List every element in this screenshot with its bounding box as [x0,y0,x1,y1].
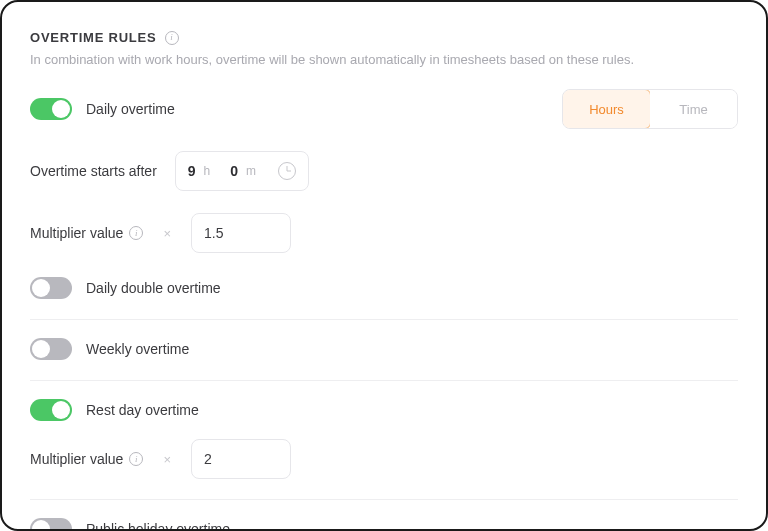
clock-icon [278,162,296,180]
daily-multiplier-input[interactable]: 1.5 [191,213,291,253]
daily-double-overtime-toggle[interactable] [30,277,72,299]
divider [30,499,738,500]
weekly-overtime-row: Weekly overtime [30,338,738,360]
daily-multiplier-label: Multiplier value i [30,225,143,241]
info-icon[interactable]: i [129,452,143,466]
daily-multiplier-label-text: Multiplier value [30,225,123,241]
hours-time-segmented: Hours Time [562,89,738,129]
page-subtitle: In combination with work hours, overtime… [30,51,670,69]
weekly-overtime-label: Weekly overtime [86,341,189,357]
daily-starts-after-row: Overtime starts after 9 h 0 m [30,151,738,191]
minutes-unit: m [246,164,256,178]
daily-multiplier-row: Multiplier value i × 1.5 [30,213,738,253]
info-icon[interactable]: i [129,226,143,240]
segmented-time-button[interactable]: Time [650,90,737,128]
card-header: OVERTIME RULES i [30,30,738,45]
overtime-rules-card: OVERTIME RULES i In combination with wor… [0,0,768,531]
rest-day-overtime-row: Rest day overtime [30,399,738,421]
divider [30,380,738,381]
public-holiday-overtime-toggle[interactable] [30,518,72,531]
daily-double-overtime-label: Daily double overtime [86,280,221,296]
starts-after-label: Overtime starts after [30,163,157,179]
multiply-icon: × [161,226,173,241]
daily-overtime-toggle[interactable] [30,98,72,120]
public-holiday-overtime-row: Public holiday overtime [30,518,738,531]
rest-day-multiplier-input[interactable]: 2 [191,439,291,479]
divider [30,319,738,320]
minutes-value: 0 [230,163,238,179]
hours-value: 9 [188,163,196,179]
public-holiday-overtime-label: Public holiday overtime [86,521,230,531]
hours-unit: h [204,164,211,178]
rest-day-overtime-toggle[interactable] [30,399,72,421]
daily-overtime-label: Daily overtime [86,101,175,117]
multiply-icon: × [161,452,173,467]
daily-starts-after-input[interactable]: 9 h 0 m [175,151,309,191]
rest-day-multiplier-row: Multiplier value i × 2 [30,439,738,479]
page-title: OVERTIME RULES [30,30,157,45]
rest-day-overtime-label: Rest day overtime [86,402,199,418]
daily-multiplier-value: 1.5 [204,225,223,241]
rest-day-multiplier-label: Multiplier value i [30,451,143,467]
rest-day-multiplier-label-text: Multiplier value [30,451,123,467]
daily-overtime-row: Daily overtime Hours Time [30,89,738,129]
daily-double-row: Daily double overtime [30,275,738,299]
info-icon[interactable]: i [165,31,179,45]
segmented-hours-button[interactable]: Hours [562,89,651,129]
weekly-overtime-toggle[interactable] [30,338,72,360]
rest-day-multiplier-value: 2 [204,451,212,467]
